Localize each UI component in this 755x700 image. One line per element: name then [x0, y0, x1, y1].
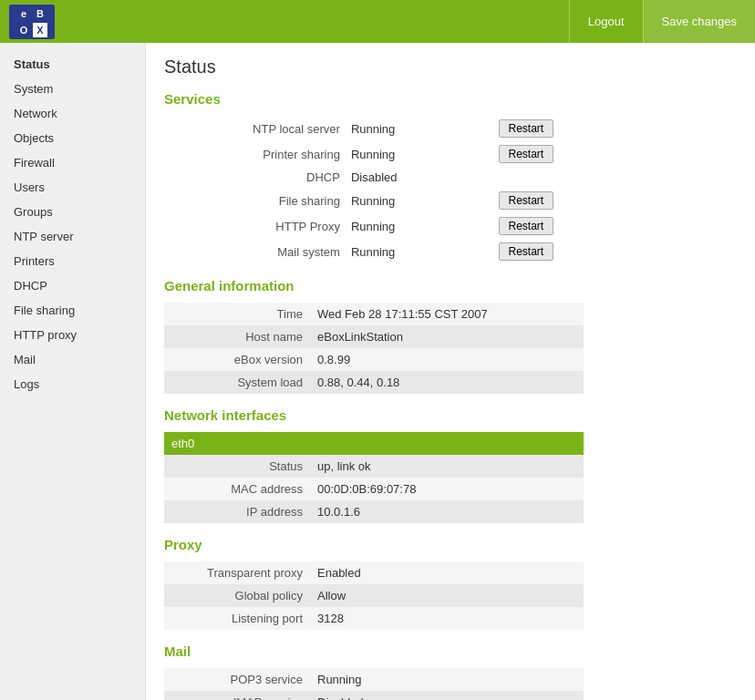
mail-section-title: Mail	[164, 643, 737, 659]
net-value: 00:0D:0B:69:07:78	[310, 478, 584, 500]
page-title: Status	[164, 57, 737, 77]
logo-cell-o: O	[16, 23, 31, 37]
service-label: Printer sharing	[164, 141, 346, 167]
table-row: Time Wed Feb 28 17:11:55 CST 2007	[164, 303, 584, 325]
service-status: Running	[346, 213, 493, 239]
sidebar-item-file-sharing[interactable]: File sharing	[0, 298, 145, 323]
table-row: System load 0.88, 0.44, 0.18	[164, 371, 584, 394]
table-row: DHCP Disabled	[164, 167, 584, 188]
sidebar-item-groups[interactable]: Groups	[0, 200, 145, 224]
sidebar-item-dhcp[interactable]: DHCP	[0, 273, 145, 298]
main-content: Status Services NTP local server Running…	[146, 43, 755, 700]
data-value: Disabled	[310, 691, 584, 700]
proxy-section-title: Proxy	[164, 537, 737, 552]
net-value: 10.0.1.6	[310, 500, 584, 523]
info-label: Time	[164, 303, 310, 325]
net-label: Status	[164, 455, 310, 478]
net-label: IP address	[164, 500, 310, 523]
table-row: POP3 service Running	[164, 668, 584, 691]
sidebar: Status System Network Objects Firewall U…	[0, 43, 146, 700]
proxy-table: Transparent proxy Enabled Global policy …	[164, 561, 584, 630]
net-label: MAC address	[164, 478, 310, 500]
sidebar-item-ntp-server[interactable]: NTP server	[0, 224, 145, 249]
header-buttons: Logout Save changes	[569, 0, 755, 43]
service-status: Running	[346, 188, 493, 213]
sidebar-item-status[interactable]: Status	[0, 52, 145, 77]
service-status: Running	[346, 239, 493, 264]
restart-filesharing-button[interactable]: Restart	[499, 191, 554, 210]
sidebar-item-printers[interactable]: Printers	[0, 249, 145, 273]
restart-ntp-button[interactable]: Restart	[499, 119, 554, 138]
table-row: File sharing Running Restart	[164, 188, 584, 213]
interface-name: eth0	[164, 432, 584, 455]
info-value: 0.88, 0.44, 0.18	[310, 371, 584, 394]
mail-table: POP3 service Running IMAP service Disabl…	[164, 668, 584, 700]
restart-printer-button[interactable]: Restart	[499, 145, 554, 163]
table-row: Mail system Running Restart	[164, 239, 584, 264]
sidebar-item-firewall[interactable]: Firewall	[0, 150, 145, 175]
data-label: Global policy	[164, 584, 310, 607]
net-value: up, link ok	[310, 455, 584, 478]
service-label: DHCP	[164, 167, 346, 188]
table-row: Listening port 3128	[164, 607, 584, 630]
data-label: Transparent proxy	[164, 561, 310, 584]
info-label: eBox version	[164, 348, 310, 371]
save-changes-button[interactable]: Save changes	[643, 0, 755, 43]
info-value: eBoxLinkStation	[310, 325, 584, 348]
table-row: Transparent proxy Enabled	[164, 561, 584, 584]
header: e B O X Logout Save changes	[0, 0, 755, 43]
table-row: Printer sharing Running Restart	[164, 141, 584, 167]
network-interface-header: eth0	[164, 432, 584, 455]
service-status: Running	[346, 116, 493, 141]
services-table: NTP local server Running Restart Printer…	[164, 116, 584, 264]
info-label: Host name	[164, 325, 310, 348]
table-row: Host name eBoxLinkStation	[164, 325, 584, 348]
restart-httpproxy-button[interactable]: Restart	[499, 217, 554, 235]
table-row: MAC address 00:0D:0B:69:07:78	[164, 478, 584, 500]
general-section-title: General information	[164, 278, 737, 293]
info-value: Wed Feb 28 17:11:55 CST 2007	[310, 303, 584, 325]
sidebar-item-users[interactable]: Users	[0, 175, 145, 200]
logo-cell-x: X	[33, 23, 47, 37]
data-value: Enabled	[310, 561, 584, 584]
logout-button[interactable]: Logout	[569, 0, 643, 43]
table-row: NTP local server Running Restart	[164, 116, 584, 141]
logo-cell-e: e	[16, 6, 31, 21]
sidebar-item-http-proxy[interactable]: HTTP proxy	[0, 323, 145, 347]
layout: Status System Network Objects Firewall U…	[0, 43, 755, 700]
service-label: Mail system	[164, 239, 346, 264]
data-label: Listening port	[164, 607, 310, 630]
sidebar-item-network[interactable]: Network	[0, 101, 145, 126]
sidebar-item-logs[interactable]: Logs	[0, 372, 145, 396]
table-row: IMAP service Disabled	[164, 691, 584, 700]
network-section-title: Network interfaces	[164, 407, 737, 423]
data-value: Running	[310, 668, 584, 691]
table-row: HTTP Proxy Running Restart	[164, 213, 584, 239]
service-status: Running	[346, 141, 493, 167]
info-value: 0.8.99	[310, 348, 584, 371]
restart-mail-button[interactable]: Restart	[499, 242, 554, 261]
service-label: HTTP Proxy	[164, 213, 346, 239]
table-row: Global policy Allow	[164, 584, 584, 607]
table-row: eBox version 0.8.99	[164, 348, 584, 371]
table-row: Status up, link ok	[164, 455, 584, 478]
logo-cell-b: B	[33, 6, 47, 21]
table-row: IP address 10.0.1.6	[164, 500, 584, 523]
service-label: File sharing	[164, 188, 346, 213]
services-section-title: Services	[164, 91, 737, 107]
data-label: POP3 service	[164, 668, 310, 691]
general-info-table: Time Wed Feb 28 17:11:55 CST 2007 Host n…	[164, 303, 584, 394]
logo: e B O X	[9, 5, 55, 39]
sidebar-item-mail[interactable]: Mail	[0, 347, 145, 372]
data-label: IMAP service	[164, 691, 310, 700]
data-value: Allow	[310, 584, 584, 607]
info-label: System load	[164, 371, 310, 394]
service-status: Disabled	[346, 167, 493, 188]
network-interfaces-table: eth0 Status up, link ok MAC address 00:0…	[164, 432, 584, 523]
service-label: NTP local server	[164, 116, 346, 141]
data-value: 3128	[310, 607, 584, 630]
sidebar-item-system[interactable]: System	[0, 77, 145, 101]
sidebar-item-objects[interactable]: Objects	[0, 126, 145, 150]
